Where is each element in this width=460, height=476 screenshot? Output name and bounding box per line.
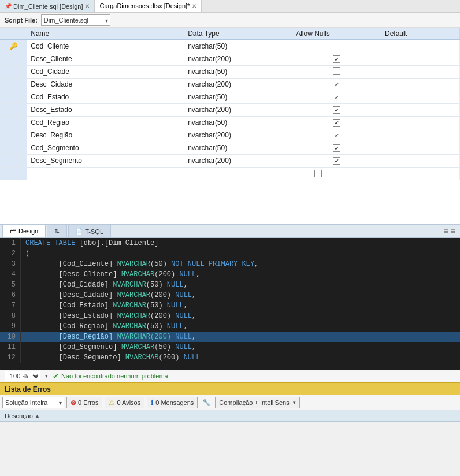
line-content: [Cod_Segmento] NVARCHAR(50) NULL, <box>25 342 460 352</box>
messages-button[interactable]: ℹ 0 Mensagens <box>147 397 198 408</box>
tsql-icon: 📄 <box>76 228 83 235</box>
field-name: Cod_Estado <box>27 91 184 103</box>
null-checkbox[interactable] <box>333 157 340 165</box>
compile-button[interactable]: Compilação + IntelliSens <box>215 397 299 408</box>
table-row[interactable]: Desc_Estadonvarchar(200) <box>0 103 460 116</box>
sql-line: 12 [Desc_Segmento] NVARCHAR(200) NULL <box>0 352 460 363</box>
sql-token: [Desc_Segmento] <box>25 354 125 362</box>
sql-token: NOT NULL PRIMARY KEY <box>171 260 254 268</box>
sql-line: 6 [Desc_Cidade] NVARCHAR(200) NULL, <box>0 290 460 300</box>
table-row[interactable]: Desc_Cidadenvarchar(200) <box>0 78 460 91</box>
line-content: [Desc_Cidade] NVARCHAR(200) NULL, <box>25 290 460 300</box>
error-circle-icon: ⊗ <box>71 399 76 407</box>
line-number: 10 <box>0 332 21 342</box>
field-name: Cod_Cidade <box>27 65 184 78</box>
warnings-button[interactable]: ⚠ 0 Avisos <box>105 397 144 408</box>
tab-tsql[interactable]: 📄 T-SQL <box>68 225 111 237</box>
errors-button[interactable]: ⊗ 0 Erros <box>66 397 102 408</box>
field-default[interactable] <box>381 129 459 142</box>
check-icon: ✔ <box>53 372 59 381</box>
field-nulls[interactable] <box>292 65 381 78</box>
field-nulls[interactable] <box>292 142 381 154</box>
sql-token: NULL <box>175 312 192 320</box>
field-default[interactable] <box>381 91 459 103</box>
field-name: Desc_Cidade <box>27 78 184 91</box>
field-default[interactable] <box>381 53 459 65</box>
table-row[interactable]: Desc_Regiãonvarchar(200) <box>0 129 460 142</box>
field-nulls[interactable] <box>292 116 381 129</box>
line-content: [Cod_Região] NVARCHAR(50) NULL, <box>25 321 460 332</box>
sql-token: , <box>254 260 258 268</box>
sql-token: (50) <box>146 281 167 289</box>
null-checkbox[interactable] <box>333 67 340 75</box>
field-name: Cod_Segmento <box>27 142 184 154</box>
null-checkbox[interactable] <box>333 42 340 49</box>
null-checkbox[interactable] <box>333 81 340 88</box>
table-row[interactable]: Cod_Segmentonvarchar(50) <box>0 142 460 154</box>
null-checkbox[interactable] <box>333 55 340 63</box>
field-type: nvarchar(50) <box>184 116 292 129</box>
field-default[interactable] <box>381 142 459 154</box>
script-file-select[interactable]: Dim_Cliente.sql <box>41 14 110 26</box>
table-row-empty[interactable] <box>0 167 460 180</box>
error-scope-select[interactable]: Solução Inteira Projeto Atual Documento … <box>2 397 64 408</box>
field-nulls[interactable] <box>292 129 381 142</box>
null-checkbox[interactable] <box>333 144 340 152</box>
null-checkbox[interactable] <box>333 106 340 114</box>
status-text: Não foi encontrado nenhum problema <box>61 373 168 380</box>
sql-token: , <box>184 302 188 310</box>
grip-handle: ≡ ≡ <box>444 225 460 237</box>
field-nulls[interactable] <box>292 103 381 116</box>
compile-label: Compilação + IntelliSens <box>219 399 289 406</box>
table-row[interactable]: Cod_Estadonvarchar(50) <box>0 91 460 103</box>
table-row[interactable]: Desc_Clientenvarchar(200) <box>0 53 460 65</box>
sql-editor[interactable]: 1CREATE TABLE [dbo].[Dim_Cliente]2(3 [Co… <box>0 238 460 370</box>
field-nulls[interactable] <box>292 78 381 91</box>
sql-token: NVARCHAR <box>121 270 155 278</box>
error-toolbar: Solução Inteira Projeto Atual Documento … <box>0 395 460 410</box>
null-checkbox[interactable] <box>333 132 340 139</box>
field-default[interactable] <box>381 116 459 129</box>
table-row[interactable]: Cod_Regiãonvarchar(50) <box>0 116 460 129</box>
sql-token: NVARCHAR <box>117 312 150 320</box>
table-row[interactable]: Cod_Cidadenvarchar(50) <box>0 65 460 78</box>
tab-design[interactable]: 🗃 Design <box>2 225 46 237</box>
sql-line: 2( <box>0 248 460 259</box>
col-indicator <box>0 28 27 40</box>
sql-token: , <box>192 343 196 351</box>
null-checkbox[interactable] <box>333 119 340 127</box>
tab-carga-dimensoes[interactable]: CargaDimensoes.dtsx [Design]* ✕ <box>95 0 202 12</box>
null-checkbox[interactable] <box>333 94 340 101</box>
field-default[interactable] <box>381 40 459 53</box>
field-nulls[interactable] <box>292 40 381 53</box>
field-nulls[interactable] <box>292 154 381 167</box>
sql-token: (50) <box>150 260 171 268</box>
table-row[interactable]: Desc_Segmentonvarchar(200) <box>0 154 460 167</box>
tab-dim-cliente[interactable]: 📌 Dim_Cliente.sql [Design] ✕ <box>0 0 95 12</box>
zoom-select[interactable]: 100 % <box>5 371 40 381</box>
tab-design-label: Design <box>18 228 38 235</box>
field-default[interactable] <box>381 78 459 91</box>
sql-line: 8 [Desc_Estado] NVARCHAR(200) NULL, <box>0 311 460 321</box>
table-row[interactable]: 🔑Cod_Clientenvarchar(50) <box>0 40 460 53</box>
field-nulls[interactable] <box>292 53 381 65</box>
zoom-dropdown-arrow: ▾ <box>45 373 48 379</box>
row-indicator <box>0 78 27 91</box>
field-type: nvarchar(200) <box>184 103 292 116</box>
tab-carga-dimensoes-close[interactable]: ✕ <box>192 3 196 9</box>
sql-token: NULL <box>167 322 184 330</box>
tab-sort[interactable]: ⇅ <box>47 225 67 237</box>
sql-line: 9 [Cod_Região] NVARCHAR(50) NULL, <box>0 321 460 332</box>
field-default[interactable] <box>381 154 459 167</box>
field-default[interactable] <box>381 103 459 116</box>
field-type: nvarchar(200) <box>184 53 292 65</box>
field-type: nvarchar(200) <box>184 154 292 167</box>
sort-arrows-icon: ⇅ <box>54 228 60 235</box>
sql-token: [Desc_Cliente] <box>25 270 121 278</box>
tab-dim-cliente-close[interactable]: ✕ <box>85 3 90 9</box>
field-default[interactable] <box>381 65 459 78</box>
field-nulls[interactable] <box>292 91 381 103</box>
line-number: 11 <box>0 342 21 352</box>
sql-token: (50) <box>146 322 167 330</box>
line-number: 7 <box>0 300 21 311</box>
